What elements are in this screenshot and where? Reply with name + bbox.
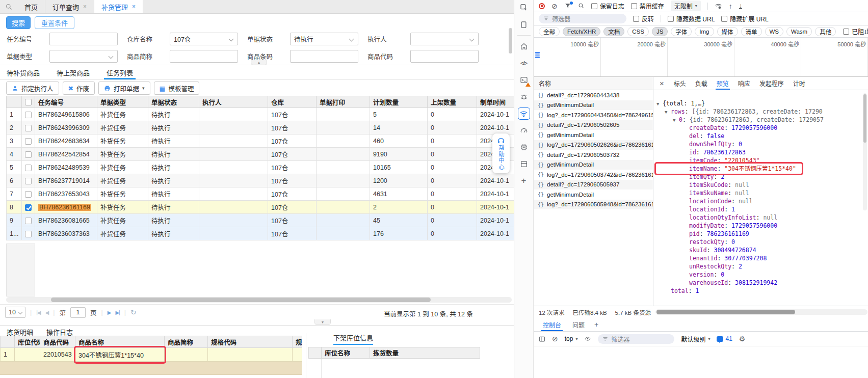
- hide-data-urls-toggle[interactable]: 隐藏数据 URL: [668, 14, 715, 23]
- json-line[interactable]: itemSkuName: null: [653, 189, 868, 197]
- request-row[interactable]: {} log?_dc=1729060502626&id=786236161169: [534, 140, 653, 150]
- row-checkbox[interactable]: [25, 191, 32, 198]
- task-row[interactable]: 1 BH786249615806 补货任务 待执行 107仓 5 0 2024-…: [7, 108, 514, 121]
- vertical-scrollbar[interactable]: [509, 28, 512, 53]
- json-line[interactable]: tenantId: 307770397208: [653, 254, 868, 262]
- search-button[interactable]: 搜索: [6, 16, 31, 29]
- row-checkbox[interactable]: [25, 218, 32, 224]
- inspect-tool-icon[interactable]: [518, 2, 530, 14]
- cancel-task-button[interactable]: ✖ 作废: [63, 82, 95, 95]
- throttling-select[interactable]: 无限制 ▾: [671, 1, 701, 11]
- eye-icon[interactable]: [584, 336, 591, 342]
- filter-control[interactable]: [49, 33, 118, 45]
- import-har-icon[interactable]: ↑: [729, 3, 732, 10]
- template-manage-button[interactable]: ▦ 模板管理: [154, 82, 200, 95]
- filter-control[interactable]: [49, 50, 118, 63]
- json-line[interactable]: version: 0: [653, 271, 868, 279]
- collapse-form-handle[interactable]: ▲: [251, 60, 267, 65]
- task-row[interactable]: 2 BH786243996309 补货任务 待执行 107仓 14 0 2024…: [7, 121, 514, 134]
- row-checkbox[interactable]: [25, 231, 32, 237]
- select-all-checkbox[interactable]: [25, 99, 32, 105]
- filter-chip[interactable]: 字体: [671, 27, 692, 36]
- app-tab[interactable]: 订单查询 ×: [45, 0, 94, 13]
- prev-page-button[interactable]: ◀: [45, 310, 49, 315]
- log-level-select[interactable]: 默认级别 ▾: [681, 335, 710, 343]
- print-order-button[interactable]: 打印单据 ▾: [98, 82, 150, 95]
- page-size-select[interactable]: 10: [5, 307, 25, 318]
- home-tool-icon[interactable]: [518, 40, 530, 52]
- filter-chip[interactable]: 媒体: [717, 27, 738, 36]
- drawer-tab[interactable]: 控制台: [537, 318, 567, 331]
- row-checkbox[interactable]: [25, 151, 32, 158]
- task-row[interactable]: 1... BH786236037363 补货任务 待执行 107仓 176 0 …: [7, 227, 514, 240]
- json-line[interactable]: total: 1: [653, 287, 868, 295]
- checkbox[interactable]: [591, 3, 597, 9]
- request-row[interactable]: {} log?_dc=1729060505948&id=786236161169: [534, 200, 653, 210]
- request-row[interactable]: {} detail?_dc=1729060443438: [534, 90, 653, 100]
- task-row[interactable]: 9 BH786236081665 补货任务 待执行 107仓 45 0 2024…: [7, 214, 514, 227]
- console-filter-input[interactable]: 筛选器: [598, 334, 674, 344]
- filter-chip[interactable]: WS: [765, 27, 784, 36]
- clear-console-icon[interactable]: ⊘: [552, 335, 558, 342]
- detail-tab[interactable]: 负载: [691, 77, 712, 90]
- section-tab[interactable]: 待上架商品: [57, 66, 90, 79]
- export-har-icon[interactable]: ↓: [739, 3, 743, 9]
- detail-tab[interactable]: 计时: [788, 77, 810, 90]
- network-tool-icon[interactable]: [518, 107, 530, 120]
- elements-tool-icon[interactable]: </>: [518, 57, 530, 69]
- device-emulation-icon[interactable]: [518, 18, 530, 31]
- checkbox[interactable]: [721, 16, 727, 22]
- assign-executor-button[interactable]: 指定执行人: [6, 82, 59, 95]
- task-row[interactable]: 5 BH786242489539 补货任务 待执行 107仓 10165 0 2…: [7, 161, 514, 174]
- horizontal-scrollbar[interactable]: [6, 297, 512, 303]
- json-line[interactable]: locationId: 1: [653, 205, 868, 213]
- column-header[interactable]: 单据打印: [317, 96, 370, 108]
- column-header[interactable]: 单据状态: [148, 96, 199, 108]
- network-conditions-icon[interactable]: [715, 3, 722, 10]
- memory-tool-icon[interactable]: [518, 141, 530, 153]
- expand-arrow-icon[interactable]: ▼: [665, 108, 671, 116]
- json-line[interactable]: pid: 786236161169: [653, 230, 868, 238]
- json-line[interactable]: createDate: 1729057596000: [653, 124, 868, 132]
- detail-row[interactable]: 1 22010543 304不锈钢压簧1*15*40: [1, 348, 302, 362]
- row-checkbox[interactable]: [25, 165, 32, 171]
- json-line[interactable]: skuId: 308494726874: [653, 246, 868, 254]
- blocked-cookies-toggle[interactable]: 已阻止的响应 Cookie: [843, 27, 868, 36]
- json-line[interactable]: ▼{total: 1,…}: [653, 99, 868, 107]
- record-icon[interactable]: [539, 3, 545, 9]
- hide-extension-urls-toggle[interactable]: 隐藏扩展 URL: [721, 14, 768, 23]
- row-checkbox[interactable]: [25, 138, 32, 145]
- column-header[interactable]: 上架数量: [428, 96, 477, 108]
- json-line[interactable]: unRestockQty: 2: [653, 262, 868, 271]
- name-column-header[interactable]: 名称: [534, 77, 653, 90]
- json-line[interactable]: id: 786236172863: [653, 148, 868, 156]
- filter-chip[interactable]: JS: [652, 27, 668, 36]
- search-icon[interactable]: [0, 0, 17, 13]
- filter-chip[interactable]: 文档: [603, 27, 624, 36]
- debugger-tool-icon[interactable]: [518, 91, 530, 103]
- shelf-panel-tab[interactable]: 下架库位信息: [333, 333, 373, 345]
- detail-tab[interactable]: 响应: [733, 77, 755, 90]
- row-checkbox[interactable]: [25, 112, 32, 118]
- console-sidebar-icon[interactable]: [539, 336, 545, 342]
- column-header[interactable]: 计划数量: [370, 96, 428, 108]
- json-line[interactable]: downShelfQty: 0: [653, 140, 868, 148]
- json-line[interactable]: itemQty: 2: [653, 173, 868, 181]
- checkbox[interactable]: [631, 3, 637, 9]
- context-selector[interactable]: top ▾: [565, 335, 578, 342]
- row-checkbox[interactable]: [25, 204, 32, 211]
- checkbox[interactable]: [633, 16, 639, 22]
- task-row[interactable]: 7 BH786237653043 补货任务 待执行 107仓 4631 0 20…: [7, 187, 514, 201]
- request-row[interactable]: {} log?_dc=1729060443450&id=786249615806: [534, 110, 653, 120]
- app-tab[interactable]: 补货管理 ×: [94, 0, 143, 13]
- json-line[interactable]: locationQtyInfoList: null: [653, 213, 868, 222]
- application-tool-icon[interactable]: [518, 158, 530, 170]
- filter-control[interactable]: [170, 50, 238, 63]
- app-tab[interactable]: 首页 ×: [17, 0, 45, 13]
- checkbox[interactable]: [668, 16, 674, 22]
- filter-chip[interactable]: 其他: [815, 27, 836, 36]
- help-center-button[interactable]: 帮助中心: [492, 133, 510, 173]
- add-drawer-tab-icon[interactable]: +: [590, 320, 602, 329]
- add-tool-icon[interactable]: +: [518, 175, 530, 187]
- console-message-count[interactable]: 41: [717, 335, 732, 342]
